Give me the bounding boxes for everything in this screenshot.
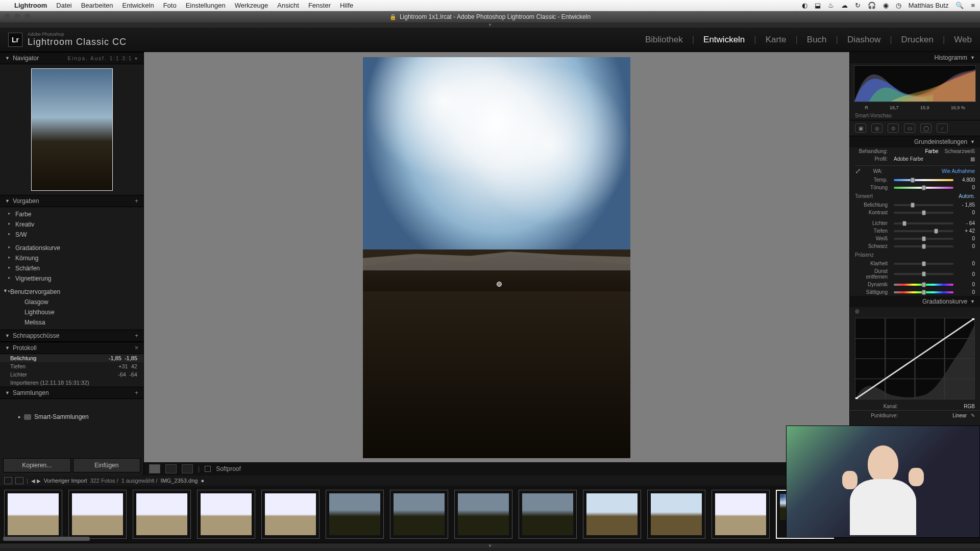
tint-value[interactable]: 0	[957, 185, 975, 190]
status-dnd-icon[interactable]: ◉	[883, 2, 889, 9]
filmstrip-scrollbar[interactable]	[3, 537, 90, 541]
status-user[interactable]: Matthias Butz	[909, 2, 949, 9]
preset-group-grain[interactable]: Körnung	[0, 253, 143, 263]
history-item[interactable]: Importieren (12.11.18 15:31:32)	[0, 379, 143, 387]
spotlight-icon[interactable]: 🔍	[955, 2, 964, 9]
filmstrip-thumb[interactable]	[454, 490, 512, 539]
module-slideshow[interactable]: Diashow	[847, 35, 880, 45]
clarity-value[interactable]: 0	[957, 261, 975, 266]
user-presets-header[interactable]: ▼Benutzervorgaben	[0, 287, 143, 297]
clear-history-icon[interactable]: ×	[135, 344, 138, 352]
zoom-icon[interactable]	[24, 14, 31, 20]
add-collection-icon[interactable]: +	[135, 389, 138, 396]
preset-melissa[interactable]: Melissa	[0, 317, 143, 328]
eyedropper-icon[interactable]: ⤢	[855, 167, 865, 175]
status-sync-icon[interactable]: ↻	[855, 2, 861, 9]
status-notifications-icon[interactable]: ≡	[971, 2, 975, 9]
bottom-panel-toggle[interactable]: ▼	[0, 543, 980, 548]
filmstrip-thumb[interactable]	[133, 490, 191, 539]
preset-group-sharpen[interactable]: Schärfen	[0, 263, 143, 273]
saturation-slider[interactable]	[894, 291, 953, 293]
presets-header[interactable]: ▼ Vorgaben +	[0, 195, 143, 207]
treatment-color[interactable]: Farbe	[925, 148, 938, 154]
paste-settings-button[interactable]: Einfügen	[73, 458, 141, 472]
channel-value[interactable]: RGB	[957, 404, 975, 409]
wb-preset[interactable]: Wie Aufnahme	[942, 168, 975, 174]
profile-value[interactable]: Adobe Farbe	[891, 156, 970, 162]
filmstrip-thumb[interactable]	[197, 490, 255, 539]
radial-tool-icon[interactable]: ◯	[920, 123, 932, 133]
dehaze-slider[interactable]	[894, 273, 953, 275]
filmstrip-thumb[interactable]	[583, 490, 641, 539]
filmstrip-thumb[interactable]	[519, 490, 577, 539]
add-snapshot-icon[interactable]: +	[135, 332, 138, 339]
status-flame-icon[interactable]: ♨	[828, 2, 834, 9]
temp-slider[interactable]	[894, 179, 953, 181]
menu-file[interactable]: Datei	[56, 2, 71, 9]
menu-settings[interactable]: Einstellungen	[186, 2, 226, 9]
preset-group-creative[interactable]: Kreativ	[0, 219, 143, 230]
fs-path[interactable]: Vorheriger Import	[44, 478, 87, 484]
preset-group-bw[interactable]: S/W	[0, 230, 143, 240]
module-map[interactable]: Karte	[766, 35, 787, 45]
whites-slider[interactable]	[894, 238, 953, 240]
brush-tool-icon[interactable]: ⟋	[937, 123, 948, 133]
shadows-value[interactable]: + 42	[957, 228, 975, 234]
histogram-header[interactable]: Histogramm ▼	[850, 52, 980, 63]
module-develop[interactable]: Entwickeln	[703, 35, 745, 45]
clarity-slider[interactable]	[894, 263, 953, 265]
curve-edit-icon[interactable]: ✎	[971, 413, 975, 418]
tonecurve-header[interactable]: Gradationskurve ▼	[850, 296, 980, 307]
preset-group-color[interactable]: Farbe	[0, 209, 143, 219]
blacks-value[interactable]: 0	[957, 243, 975, 249]
minimize-icon[interactable]	[14, 14, 20, 20]
loupe-view-button[interactable]	[149, 464, 160, 473]
preset-glasgow[interactable]: Glasgow	[0, 297, 143, 307]
module-web[interactable]: Web	[954, 35, 972, 45]
nav-zoom-fit[interactable]: Einpa.	[67, 56, 88, 61]
tint-slider[interactable]	[894, 187, 953, 189]
vibrance-value[interactable]: 0	[957, 282, 975, 287]
nav-zoom-opts[interactable]: Ausf. 1:1 3:1 ▾	[90, 56, 138, 61]
contrast-value[interactable]: 0	[957, 210, 975, 215]
crop-tool-icon[interactable]: ▣	[855, 123, 866, 133]
status-headphones-icon[interactable]: 🎧	[868, 2, 876, 9]
history-header[interactable]: ▼ Protokoll ×	[0, 342, 143, 354]
filmstrip-thumb[interactable]	[326, 490, 384, 539]
auto-tone-button[interactable]: Autom.	[959, 193, 975, 199]
history-item[interactable]: Belichtung-1,85 -1,85	[0, 354, 143, 362]
menu-tools[interactable]: Werkzeuge	[235, 2, 268, 9]
filmstrip-thumb[interactable]	[712, 490, 770, 539]
basic-header[interactable]: Grundeinstellungen ▼	[850, 136, 980, 147]
vibrance-slider[interactable]	[894, 284, 953, 286]
snapshots-header[interactable]: ▼ Schnappschüsse +	[0, 330, 143, 342]
menu-photo[interactable]: Foto	[163, 2, 177, 9]
history-item[interactable]: Lichter-64 -64	[0, 370, 143, 379]
softproof-checkbox[interactable]	[205, 466, 211, 472]
menu-view[interactable]: Ansicht	[277, 2, 299, 9]
menu-develop[interactable]: Entwickeln	[122, 2, 154, 9]
filmstrip[interactable]	[0, 486, 980, 543]
treatment-bw[interactable]: Schwarzweiß	[945, 148, 975, 154]
status-dropbox-icon[interactable]: ⬓	[815, 2, 821, 9]
tone-curve-chart[interactable]	[855, 318, 975, 399]
menu-window[interactable]: Fenster	[308, 2, 331, 9]
exposure-value[interactable]: - 1,85	[957, 202, 975, 208]
module-library[interactable]: Bibliothek	[645, 35, 683, 45]
smart-collections-item[interactable]: ▸ Smart-Sammlungen	[0, 411, 143, 422]
filmstrip-thumb[interactable]	[68, 490, 127, 539]
grid-icon[interactable]	[15, 477, 23, 484]
status-cc-icon[interactable]: ◐	[802, 2, 807, 9]
module-print[interactable]: Drucken	[901, 35, 934, 45]
preset-group-vignette[interactable]: Vignettierung	[0, 273, 143, 284]
pointcurve-value[interactable]: Linear	[948, 413, 967, 418]
filmstrip-thumb[interactable]	[647, 490, 705, 539]
second-monitor-icon[interactable]	[4, 477, 12, 484]
menu-help[interactable]: Hilfe	[340, 2, 353, 9]
before-after-lr-button[interactable]	[165, 464, 177, 473]
histogram-chart[interactable]	[854, 65, 976, 102]
loupe-view[interactable]: | Softproof	[144, 52, 849, 475]
highlights-value[interactable]: - 64	[957, 220, 975, 226]
filmstrip-thumb[interactable]	[390, 490, 448, 539]
blacks-slider[interactable]	[894, 245, 953, 247]
